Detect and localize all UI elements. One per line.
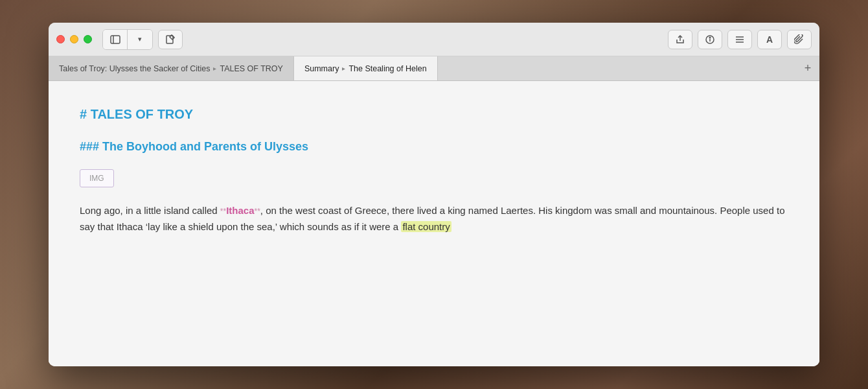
- sidebar-icon: [110, 34, 120, 45]
- flat-country-text: flat country: [401, 221, 451, 232]
- svg-rect-0: [111, 36, 120, 43]
- list-view-button[interactable]: [727, 30, 752, 49]
- share-icon: [675, 34, 685, 45]
- info-button[interactable]: [698, 30, 722, 49]
- asterisk-decoration-1: **: [220, 207, 226, 216]
- tab1-part2: TALES OF TROY: [220, 64, 282, 73]
- tab-tales-of-troy[interactable]: Tales of Troy: Ulysses the Sacker of Cit…: [49, 56, 294, 80]
- maximize-button[interactable]: [84, 35, 92, 43]
- ithaca-text: Ithaca: [226, 205, 254, 216]
- tab2-part1: Summary: [304, 64, 339, 73]
- list-icon: [735, 34, 745, 45]
- image-placeholder: IMG: [80, 169, 114, 187]
- tab-bar: Tales of Troy: Ulysses the Sacker of Cit…: [49, 56, 819, 81]
- sidebar-toggle-group: ▾: [102, 29, 153, 50]
- body-text: Long ago, in a little island called **It…: [80, 203, 788, 235]
- info-icon: [705, 34, 715, 45]
- tab1-arrow: ▸: [213, 65, 216, 72]
- sidebar-toggle-button[interactable]: [103, 30, 128, 49]
- tab2-part2: The Stealing of Helen: [348, 64, 426, 73]
- add-tab-button[interactable]: +: [796, 56, 819, 80]
- attachment-button[interactable]: [787, 30, 812, 49]
- font-button[interactable]: A: [757, 30, 782, 49]
- font-icon: A: [766, 34, 773, 45]
- tab2-arrow: ▸: [342, 65, 345, 72]
- attachment-icon: [794, 34, 805, 45]
- titlebar-right-buttons: A: [668, 30, 812, 49]
- svg-point-6: [709, 37, 711, 38]
- share-button[interactable]: [668, 30, 692, 49]
- traffic-lights: [56, 35, 92, 43]
- body-text-before-ithaca: Long ago, in a little island called: [80, 205, 220, 216]
- chevron-down-button[interactable]: ▾: [128, 30, 152, 49]
- editor-pane[interactable]: # TALES OF TROY ### The Boyhood and Pare…: [49, 81, 819, 366]
- new-note-button[interactable]: [158, 30, 183, 49]
- compose-icon: [165, 34, 176, 45]
- content-area: # TALES OF TROY ### The Boyhood and Pare…: [49, 81, 819, 366]
- tab-summary[interactable]: Summary ▸ The Stealing of Helen: [294, 56, 438, 80]
- titlebar: ▾: [49, 23, 819, 56]
- app-window: ▾: [49, 23, 819, 366]
- close-button[interactable]: [56, 35, 65, 43]
- heading-h1: # TALES OF TROY: [80, 107, 788, 122]
- asterisk-decoration-2: **: [255, 207, 260, 216]
- chevron-down-icon: ▾: [138, 35, 142, 43]
- tab1-part1: Tales of Troy: Ulysses the Sacker of Cit…: [59, 64, 210, 73]
- heading-h3: ### The Boyhood and Parents of Ulysses: [80, 140, 788, 154]
- minimize-button[interactable]: [70, 35, 78, 43]
